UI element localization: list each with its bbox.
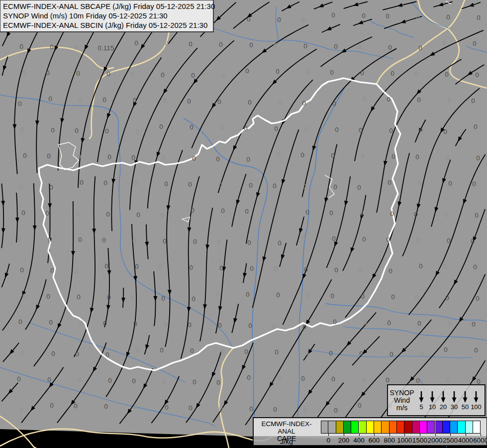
station-value: 0 bbox=[335, 126, 339, 133]
down-arrow-icon bbox=[472, 390, 480, 403]
station-value: 0 bbox=[329, 349, 333, 357]
station-value: 0 bbox=[471, 97, 475, 105]
station-value: 0 bbox=[216, 155, 220, 163]
wind-speed-item: 5 bbox=[416, 390, 427, 410]
cape-color-cell bbox=[321, 421, 328, 434]
station-value: 0 bbox=[21, 209, 25, 217]
station-value: 0 bbox=[245, 208, 249, 215]
station-value: 0 bbox=[301, 234, 305, 242]
station-value: 0 bbox=[386, 12, 390, 20]
station-value: 0 bbox=[159, 263, 163, 271]
station-value: 0 bbox=[47, 376, 51, 383]
station-value: 0 bbox=[246, 291, 250, 298]
station-value: 0 bbox=[474, 346, 478, 354]
station-value: 0 bbox=[20, 266, 24, 274]
station-value: 0 bbox=[20, 126, 24, 133]
wind-speed-value: 30 bbox=[451, 404, 458, 410]
station-value: 0 bbox=[106, 211, 110, 218]
station-value: 0 bbox=[390, 350, 393, 358]
station-value: 0 bbox=[105, 351, 109, 358]
station-value: 0 bbox=[305, 209, 309, 216]
station-value: 0 bbox=[190, 347, 194, 354]
station-value: 0 bbox=[448, 180, 452, 187]
cape-tick-label: 1500 bbox=[412, 437, 427, 444]
station-value: 0 bbox=[359, 350, 363, 357]
station-value: 0 bbox=[164, 321, 168, 328]
wind-speed-value: 100 bbox=[471, 404, 482, 410]
station-value: 0 bbox=[277, 374, 281, 382]
station-value: 0 bbox=[333, 318, 337, 326]
station-value: 0 bbox=[273, 406, 277, 413]
cape-tick-label: 1000 bbox=[397, 437, 412, 444]
cape-tick-label: 800 bbox=[384, 437, 395, 444]
station-value: 0 bbox=[418, 179, 422, 187]
station-value: 0 bbox=[74, 44, 78, 51]
station-value: 0 bbox=[444, 211, 448, 219]
station-value: 0 bbox=[49, 319, 53, 326]
cape-legend-unit: J/kg bbox=[254, 438, 319, 446]
station-value: 0 bbox=[331, 375, 335, 383]
station-value: 0 bbox=[303, 183, 307, 190]
cape-tick bbox=[374, 434, 375, 436]
station-value: 0 bbox=[446, 13, 450, 21]
station-value: 0 bbox=[250, 265, 254, 272]
station-value: 0 bbox=[446, 154, 450, 161]
station-value: 0 bbox=[221, 72, 225, 80]
station-value: 0 bbox=[215, 290, 219, 298]
station-value: 0 bbox=[277, 151, 281, 158]
station-value: 0 bbox=[108, 377, 112, 384]
station-value: 0 bbox=[334, 43, 338, 50]
wind-speed-item: 100 bbox=[471, 390, 482, 410]
wind-speed-value: 50 bbox=[462, 404, 469, 410]
station-value: 0 bbox=[387, 319, 391, 327]
cape-color-cell bbox=[450, 421, 458, 434]
station-value: 0 bbox=[135, 263, 139, 270]
cape-color-cell bbox=[374, 421, 382, 434]
station-value: 0 bbox=[418, 44, 422, 52]
station-value: 0 bbox=[247, 374, 251, 381]
station-value: 0 bbox=[80, 179, 84, 186]
station-value: 0 bbox=[106, 70, 110, 78]
station-value: 0 bbox=[301, 375, 305, 382]
station-value: 0 bbox=[361, 152, 365, 160]
station-value: 0 bbox=[48, 235, 52, 243]
station-value: 0 bbox=[330, 292, 334, 300]
cape-tick bbox=[435, 434, 436, 436]
station-value: 0 bbox=[390, 210, 394, 218]
cape-color-cell bbox=[397, 421, 404, 434]
station-value: 0 bbox=[162, 154, 166, 162]
station-value: 0 bbox=[388, 179, 391, 186]
station-value: 0 bbox=[132, 237, 136, 244]
station-value: 0 bbox=[47, 152, 51, 160]
station-value: 0 bbox=[246, 156, 250, 163]
station-value: 0 bbox=[136, 211, 140, 219]
station-value: 0 bbox=[475, 71, 479, 79]
station-value: 0 bbox=[473, 263, 477, 271]
station-value: 0 bbox=[17, 235, 21, 242]
wind-speed-value: 20 bbox=[440, 404, 447, 410]
station-value: 0 bbox=[249, 182, 253, 189]
wind-speed-item: 20 bbox=[438, 390, 449, 410]
station-value: 0 bbox=[134, 180, 138, 187]
station-value: 0 bbox=[46, 293, 50, 300]
map-canvas: 0000000000000.11500000000000000000000000… bbox=[0, 0, 487, 448]
station-value: 0 bbox=[136, 346, 140, 353]
station-value: 0 bbox=[420, 351, 424, 358]
station-value: 0 bbox=[471, 237, 475, 245]
station-value: 0 bbox=[131, 294, 135, 302]
station-value: 0 bbox=[247, 15, 251, 23]
station-value: 0 bbox=[387, 96, 390, 103]
station-value: 0 bbox=[19, 407, 23, 414]
station-value: 0 bbox=[414, 70, 418, 78]
station-value: 0 bbox=[103, 320, 107, 327]
station-value: 0 bbox=[247, 239, 251, 246]
station-value: 0 bbox=[414, 211, 418, 218]
station-value: 0 bbox=[306, 292, 310, 299]
cape-tick bbox=[404, 434, 405, 436]
station-value: 0 bbox=[78, 236, 82, 243]
cape-color-cell bbox=[328, 421, 336, 434]
cape-tick-label: 2000 bbox=[427, 437, 442, 444]
cape-color-cell bbox=[458, 421, 465, 434]
wind-speed-item: 30 bbox=[449, 390, 460, 410]
station-value: 0 bbox=[244, 348, 248, 355]
